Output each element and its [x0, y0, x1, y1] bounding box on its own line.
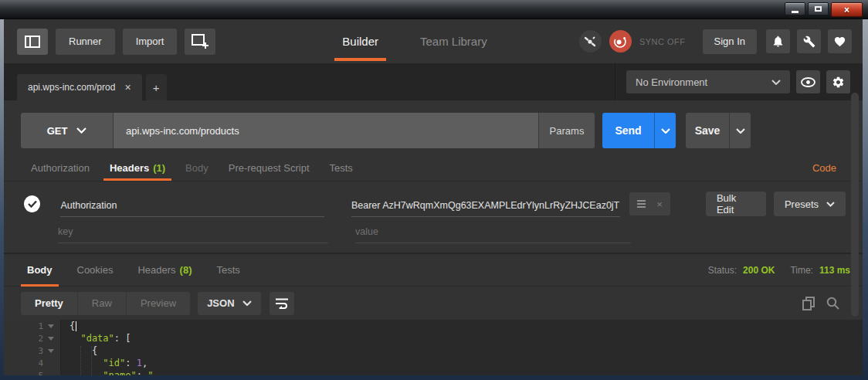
header-value-field — [351, 194, 620, 217]
line-number: 3 — [38, 346, 43, 356]
response-meta: Status: 200 OK Time: 113 ms — [708, 265, 850, 276]
notifications-button[interactable] — [766, 29, 790, 53]
url-group: GET Params — [21, 113, 595, 148]
save-button[interactable]: Save — [686, 113, 729, 148]
send-button[interactable]: Send — [602, 113, 654, 148]
new-value-input[interactable] — [355, 226, 631, 243]
line-number: 4 — [38, 358, 43, 368]
chevron-down-icon — [826, 202, 835, 207]
new-key-field — [58, 220, 328, 243]
vertical-scrollbar-thumb[interactable] — [851, 93, 859, 317]
interceptor-icon — [584, 36, 596, 48]
view-mode-pretty[interactable]: Pretty — [21, 292, 78, 315]
sync-status-label: SYNC OFF — [639, 37, 686, 46]
wrap-text-icon — [275, 297, 289, 309]
response-tab-cookies[interactable]: Cookies — [71, 254, 120, 287]
time-label: Time: — [790, 265, 813, 276]
header-key-input[interactable] — [60, 200, 324, 216]
headers-count-badge: (1) — [153, 162, 165, 174]
response-tab-headers[interactable]: Headers (8) — [131, 254, 198, 287]
tab-body[interactable]: Body — [179, 154, 215, 181]
minimize-button[interactable] — [785, 2, 805, 15]
tab-pre-request-script[interactable]: Pre-request Script — [222, 154, 316, 181]
wrap-lines-button[interactable] — [270, 292, 294, 315]
generate-code-link[interactable]: Code — [812, 162, 836, 174]
headers-active-underline — [103, 178, 171, 181]
method-select[interactable]: GET — [21, 113, 114, 148]
minimize-icon — [792, 11, 798, 13]
fold-caret-icon[interactable] — [48, 349, 54, 353]
new-key-input[interactable] — [58, 226, 328, 243]
response-tab-tests[interactable]: Tests — [211, 254, 246, 287]
fold-caret-icon[interactable] — [48, 324, 54, 328]
app-window: × Runner Import Builder — [0, 0, 868, 380]
bulk-edit-button[interactable]: Bulk Edit — [706, 192, 766, 216]
text-cursor — [76, 321, 76, 331]
params-button[interactable]: Params — [538, 113, 595, 148]
sync-off-button[interactable] — [609, 30, 632, 53]
send-button-group: Send — [602, 113, 676, 148]
close-icon: × — [844, 5, 849, 15]
drag-handle-icon[interactable] — [637, 200, 646, 208]
request-tab-active[interactable]: api.wps-inc.com/prod × — [17, 74, 142, 100]
search-icon[interactable] — [826, 297, 839, 310]
header-row-actions: × — [629, 192, 670, 215]
view-mode-preview[interactable]: Preview — [127, 292, 190, 315]
request-editor-tabs: Authorization Headers (1) Body Pre-reque… — [4, 154, 863, 182]
settings-wrench-button[interactable] — [797, 29, 821, 53]
environment-settings-button[interactable] — [826, 70, 850, 93]
check-icon — [28, 200, 37, 208]
line-number: 2 — [38, 334, 43, 344]
chevron-down-icon — [771, 80, 781, 85]
chevron-down-icon — [661, 128, 670, 134]
interceptor-button[interactable] — [579, 30, 602, 53]
response-body-viewer[interactable]: 1 { 2 "data": [ 3 { 4 "id": 1, 5 "name — [4, 320, 863, 375]
tab-headers[interactable]: Headers (1) — [103, 154, 171, 181]
toolbar-right-cluster: SYNC OFF Sign In — [579, 19, 852, 63]
chevron-down-icon — [736, 128, 745, 134]
copy-icon[interactable] — [802, 297, 815, 310]
tab-builder[interactable]: Builder — [337, 19, 383, 63]
favorites-button[interactable] — [828, 29, 852, 53]
environment-select[interactable]: No Environment — [626, 70, 790, 93]
wrench-icon — [803, 36, 815, 48]
presets-button[interactable]: Presets — [774, 192, 846, 216]
header-value-input[interactable] — [351, 200, 620, 216]
delete-row-icon[interactable]: × — [656, 198, 663, 210]
url-input[interactable] — [114, 125, 538, 137]
titlebar[interactable]: × — [0, 0, 868, 19]
url-field-wrap — [114, 113, 538, 148]
window-controls: × — [785, 2, 863, 17]
tab-authorization[interactable]: Authorization — [25, 154, 96, 181]
header-row-checkbox[interactable] — [24, 195, 40, 212]
status-badge: 200 OK — [743, 265, 775, 276]
time-value: 113 ms — [819, 265, 850, 276]
line-number: 1 — [38, 321, 43, 331]
bell-icon — [771, 35, 785, 48]
fold-caret-icon[interactable] — [48, 337, 54, 341]
code-line: 3 { — [4, 344, 863, 357]
response-toolbar: Pretty Raw Preview JSON — [4, 287, 863, 320]
new-value-field — [355, 220, 631, 243]
save-button-group: Save — [686, 113, 751, 148]
maximize-icon — [815, 6, 822, 12]
header-key-field — [60, 194, 324, 217]
format-select[interactable]: JSON — [198, 292, 260, 315]
response-tab-body[interactable]: Body — [21, 254, 59, 287]
close-button[interactable]: × — [831, 2, 863, 17]
maximize-button[interactable] — [808, 2, 829, 15]
response-section: Body Cookies Headers (8) Tests Status: 2… — [4, 253, 863, 375]
line-number: 5 — [38, 371, 43, 376]
tab-team-library[interactable]: Team Library — [415, 19, 492, 63]
sign-in-button[interactable]: Sign In — [703, 29, 757, 54]
document-tabbar: api.wps-inc.com/prod × + No Environment — [4, 63, 863, 100]
view-mode-raw[interactable]: Raw — [78, 292, 127, 315]
eye-icon — [801, 77, 815, 87]
request-tab-title: api.wps-inc.com/prod — [28, 82, 115, 93]
tab-close-icon[interactable]: × — [124, 81, 131, 93]
send-options-button[interactable] — [654, 113, 676, 148]
tab-tests[interactable]: Tests — [324, 154, 359, 181]
save-options-button[interactable] — [729, 113, 751, 148]
environment-preview-button[interactable] — [796, 70, 820, 93]
new-tab-button[interactable]: + — [146, 74, 167, 100]
